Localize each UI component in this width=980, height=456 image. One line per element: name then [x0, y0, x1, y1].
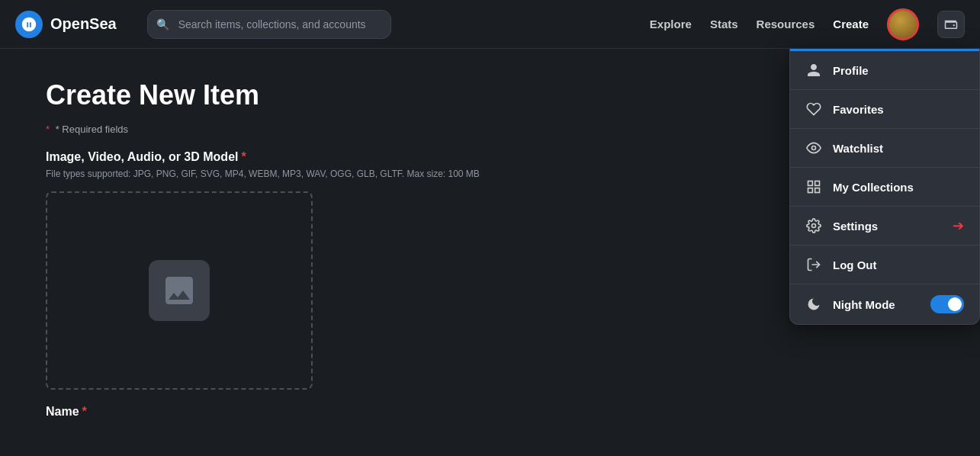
- svg-rect-4: [808, 188, 813, 193]
- profile-label: Profile: [833, 64, 869, 77]
- svg-rect-2: [808, 181, 813, 186]
- logout-icon: [805, 256, 822, 273]
- svg-point-1: [812, 146, 816, 150]
- watchlist-label: Watchlist: [833, 142, 883, 155]
- logo-text: OpenSea: [50, 15, 117, 33]
- dropdown-menu: Profile Favorites Watchlist My Collectio…: [789, 49, 980, 325]
- dropdown-item-logout[interactable]: Log Out: [790, 246, 979, 284]
- search-input[interactable]: [147, 10, 391, 39]
- search-bar: 🔍: [147, 10, 391, 39]
- logo[interactable]: OpenSea: [15, 11, 117, 38]
- nav-create[interactable]: Create: [833, 18, 869, 31]
- logout-label: Log Out: [833, 259, 876, 271]
- settings-label: Settings: [833, 220, 878, 233]
- wallet-button[interactable]: [937, 11, 965, 38]
- name-field-label: Name*: [46, 405, 934, 419]
- night-mode-toggle[interactable]: [930, 295, 964, 313]
- person-icon: [805, 62, 822, 79]
- svg-point-6: [812, 224, 816, 228]
- svg-rect-5: [815, 188, 820, 193]
- avatar-image: [889, 11, 917, 38]
- svg-point-0: [953, 24, 955, 26]
- dropdown-item-my-collections[interactable]: My Collections: [790, 168, 979, 207]
- dropdown-item-settings[interactable]: Settings ➔: [790, 207, 979, 246]
- nav-stats[interactable]: Stats: [710, 18, 738, 31]
- nav-resources[interactable]: Resources: [757, 18, 815, 31]
- logo-icon: [15, 11, 43, 38]
- dropdown-item-favorites[interactable]: Favorites: [790, 90, 979, 129]
- dropdown-item-night-mode[interactable]: Night Mode: [790, 284, 979, 324]
- upload-placeholder-icon: [149, 260, 210, 321]
- moon-icon: [805, 296, 822, 313]
- eye-icon: [805, 140, 822, 156]
- upload-area[interactable]: [46, 191, 313, 390]
- dropdown-item-watchlist[interactable]: Watchlist: [790, 129, 979, 168]
- required-note-text: * Required fields: [56, 124, 128, 135]
- grid-icon: [805, 178, 822, 195]
- dropdown-item-profile[interactable]: Profile: [790, 51, 979, 90]
- favorites-label: Favorites: [833, 103, 884, 116]
- my-collections-label: My Collections: [833, 181, 914, 194]
- settings-arrow-icon: ➔: [953, 217, 964, 234]
- nav-explore[interactable]: Explore: [650, 18, 692, 31]
- toggle-thumb: [948, 297, 962, 311]
- nav-links: Explore Stats Resources Create: [650, 8, 965, 40]
- night-mode-label: Night Mode: [833, 298, 895, 311]
- search-icon: 🔍: [156, 18, 169, 31]
- navbar: OpenSea 🔍 Explore Stats Resources Create: [0, 0, 980, 49]
- gear-icon: [805, 217, 822, 234]
- heart-icon: [805, 101, 822, 117]
- svg-rect-3: [815, 181, 820, 186]
- avatar-button[interactable]: [887, 8, 919, 40]
